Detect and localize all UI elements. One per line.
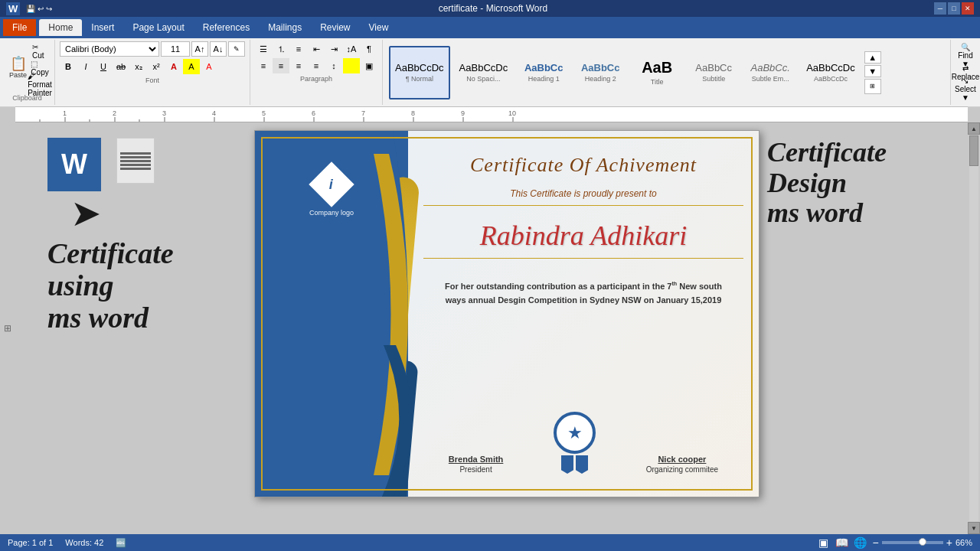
style-extra-label: AaBbCcDc <box>814 75 848 83</box>
tab-review[interactable]: Review <box>311 19 359 36</box>
style-subtle-em-label: Subtle Em... <box>752 75 789 83</box>
cert-divider-1 <box>423 205 743 206</box>
font-family-select[interactable]: Calibri (Body) <box>60 41 159 57</box>
title-bar-left: W 💾 ↩ ↪ <box>6 2 52 15</box>
subscript-button[interactable]: x₂ <box>130 59 147 74</box>
tab-page-layout[interactable]: Page Layout <box>123 19 193 36</box>
clipboard-label: Clipboard <box>12 94 42 103</box>
format-painter-button[interactable]: 🖌 Format Painter <box>31 77 48 93</box>
document-page: i Company logo Certificate Of Achivement… <box>254 130 760 497</box>
tab-file[interactable]: File <box>3 19 36 36</box>
line-spacing-button[interactable]: ↕ <box>325 58 342 73</box>
svg-text:8: 8 <box>411 109 415 117</box>
doc-line-2 <box>120 156 151 158</box>
bold-button[interactable]: B <box>60 59 77 74</box>
word-icon-small: W <box>6 2 20 15</box>
change-styles-button[interactable]: ⊞ <box>864 79 881 94</box>
font-size-input[interactable] <box>161 41 190 57</box>
align-right-button[interactable]: ≡ <box>290 58 307 73</box>
font-shrink-button[interactable]: A↓ <box>210 41 227 57</box>
zoom-control: − + 66% <box>873 536 972 549</box>
seal-ribbon <box>561 455 588 474</box>
style-no-spacing[interactable]: AaBbCcDc No Spaci... <box>453 46 514 99</box>
paste-icon: 📋 <box>10 57 27 70</box>
word-logo: W <box>47 138 139 191</box>
underline-button[interactable]: U <box>95 59 112 74</box>
multilevel-button[interactable]: ≡ <box>290 41 307 57</box>
zoom-slider[interactable] <box>882 541 943 544</box>
tab-mailings[interactable]: Mailings <box>259 19 311 36</box>
maximize-button[interactable]: □ <box>948 2 960 15</box>
cert-recipient: Rabindra Adhikari <box>480 220 687 252</box>
doc-line-1 <box>120 152 151 155</box>
web-layout-button[interactable]: 🌐 <box>854 536 867 549</box>
tab-insert[interactable]: Insert <box>82 19 123 36</box>
signature-block-2: Nick cooper Organizing commitee <box>646 455 718 474</box>
tab-home[interactable]: Home <box>39 19 82 36</box>
zoom-in-button[interactable]: + <box>946 536 952 549</box>
font-color-button[interactable]: A <box>201 59 217 74</box>
ribbon-tail-right <box>576 455 588 474</box>
style-normal[interactable]: AaBbCcDc ¶ Normal <box>389 46 450 99</box>
style-subtle-em[interactable]: AaBbCc. Subtle Em... <box>743 46 797 99</box>
increase-indent-button[interactable]: ⇥ <box>325 41 342 57</box>
cert-subtitle: This Certificate is proudly present to <box>510 188 656 199</box>
svg-text:9: 9 <box>461 109 465 117</box>
numbering-button[interactable]: ⒈ <box>273 41 289 57</box>
style-title-preview: AaB <box>642 59 672 77</box>
shading-button[interactable] <box>343 58 360 73</box>
right-side-panel: Certificate Design ms word <box>760 130 943 236</box>
scroll-up-button[interactable]: ▲ <box>968 122 980 135</box>
find-button[interactable]: 🔍 Find ▼ <box>957 48 974 64</box>
styles-up-button[interactable]: ▲ <box>864 51 881 64</box>
scrollbar-thumb[interactable] <box>969 135 978 166</box>
select-button[interactable]: ↘ Select ▼ <box>957 82 974 97</box>
quick-access[interactable]: 💾 ↩ ↪ <box>26 5 52 13</box>
font-grow-button[interactable]: A↑ <box>191 41 208 57</box>
document-area[interactable]: W ➤ Certificate using ms word <box>15 122 968 534</box>
company-logo-text: Company logo <box>309 209 354 217</box>
strikethrough-button[interactable]: ab <box>113 59 129 74</box>
signature-name-1: Brenda Smith <box>449 455 504 464</box>
full-reading-button[interactable]: 📖 <box>836 536 848 549</box>
print-layout-button[interactable]: ▣ <box>818 536 830 549</box>
sort-button[interactable]: ↕A <box>343 41 360 57</box>
cut-button[interactable]: ✂ Cut <box>31 44 48 59</box>
close-button[interactable]: ✕ <box>962 2 974 15</box>
signature-name-2: Nick cooper <box>646 455 718 464</box>
superscript-button[interactable]: x² <box>148 59 165 74</box>
cert-seal: ★ <box>554 412 596 474</box>
scrollbar-track <box>969 135 978 521</box>
align-left-button[interactable]: ≡ <box>255 58 272 73</box>
bullets-button[interactable]: ☰ <box>255 41 272 57</box>
show-hide-button[interactable]: ¶ <box>361 41 377 57</box>
word-blue-box: W <box>47 138 101 191</box>
italic-button[interactable]: I <box>77 59 94 74</box>
style-normal-preview: AaBbCcDc <box>395 62 444 73</box>
decrease-indent-button[interactable]: ⇤ <box>308 41 325 57</box>
text-effect-button[interactable]: A <box>165 59 182 74</box>
zoom-slider-thumb[interactable] <box>919 538 926 546</box>
scroll-down-button[interactable]: ▼ <box>968 522 980 534</box>
seal-circle: ★ <box>554 412 596 454</box>
doc-line-4 <box>120 164 151 166</box>
tab-references[interactable]: References <box>194 19 259 36</box>
align-center-button[interactable]: ≡ <box>273 58 289 73</box>
justify-button[interactable]: ≡ <box>308 58 325 73</box>
tab-view[interactable]: View <box>360 19 398 36</box>
style-title[interactable]: AaB Title <box>630 46 684 99</box>
style-extra[interactable]: AaBbCcDc AaBbCcDc <box>800 46 861 99</box>
border-button[interactable]: ▣ <box>361 58 377 73</box>
styles-down-button[interactable]: ▼ <box>864 65 881 77</box>
style-heading2[interactable]: AaBbCc Heading 2 <box>573 46 627 99</box>
clear-format-button[interactable]: ✎ <box>228 41 245 57</box>
clipboard-buttons: 📋 Paste ✂ Cut ⬚ Copy 🖌 Format Painter <box>6 41 48 94</box>
highlight-button[interactable]: A <box>183 59 200 74</box>
style-subtitle[interactable]: AaBbCc Subtitle <box>687 46 740 99</box>
left-ruler-icon: ⊞ <box>4 323 11 334</box>
minimize-button[interactable]: ─ <box>934 2 946 15</box>
style-heading1[interactable]: AaBbCc Heading 1 <box>517 46 570 99</box>
word-doc-icon <box>116 138 155 184</box>
paste-button[interactable]: 📋 Paste <box>6 55 30 80</box>
zoom-out-button[interactable]: − <box>873 536 879 549</box>
